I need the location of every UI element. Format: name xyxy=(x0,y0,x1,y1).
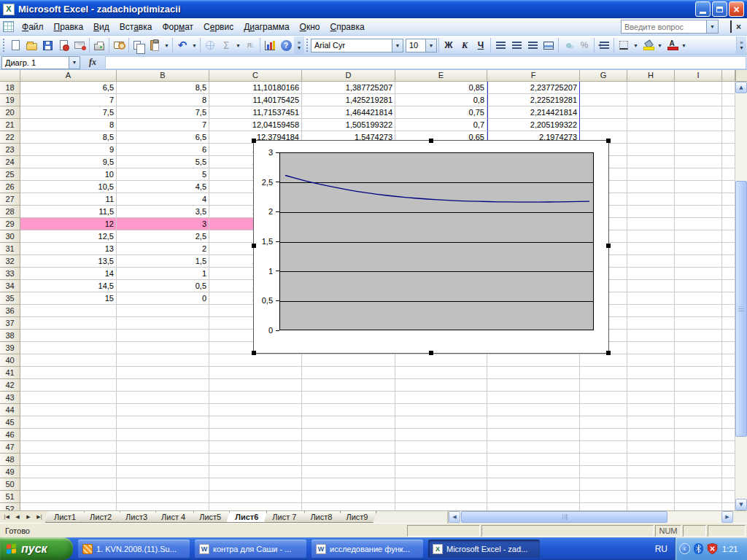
cell-A42[interactable] xyxy=(20,379,117,392)
cell-B50[interactable] xyxy=(117,478,209,491)
cell-partial-47[interactable] xyxy=(722,441,735,454)
cell-I28[interactable] xyxy=(675,206,722,218)
cell-F50[interactable] xyxy=(487,478,580,491)
cell-G19[interactable] xyxy=(580,94,627,106)
menu-справка[interactable]: Справка xyxy=(325,19,370,35)
cell-A38[interactable] xyxy=(20,330,117,342)
cell-F20[interactable]: 2,214421814 xyxy=(487,106,580,119)
chart-handle-bottom-right[interactable] xyxy=(606,351,611,355)
chart-handle-top-right[interactable] xyxy=(606,139,611,143)
undo-button[interactable]: ↶ xyxy=(174,37,190,53)
embedded-chart[interactable]: 00,511,522,53 xyxy=(253,140,609,354)
undo-dropdown[interactable]: ▼ xyxy=(190,37,198,53)
paste-dropdown[interactable]: ▼ xyxy=(163,37,171,53)
cell-A41[interactable] xyxy=(20,367,117,379)
cell-A19[interactable]: 7 xyxy=(20,94,117,106)
last-sheet-button[interactable]: ▶| xyxy=(34,512,44,522)
doc-close-button[interactable]: × xyxy=(736,23,741,31)
cell-partial-21[interactable] xyxy=(722,119,735,131)
row-header-42[interactable]: 42 xyxy=(0,379,20,392)
cell-H28[interactable] xyxy=(627,206,675,218)
cell-G50[interactable] xyxy=(580,478,627,491)
row-header-44[interactable]: 44 xyxy=(0,404,20,416)
row-header-19[interactable]: 19 xyxy=(0,94,20,106)
cell-A43[interactable] xyxy=(20,392,117,404)
cell-B37[interactable] xyxy=(117,317,209,330)
cell-H23[interactable] xyxy=(627,144,675,156)
cell-I42[interactable] xyxy=(675,379,722,392)
chart-handle-top[interactable] xyxy=(429,139,433,143)
cell-I31[interactable] xyxy=(675,243,722,255)
cell-B43[interactable] xyxy=(117,392,209,404)
column-header-B[interactable]: B xyxy=(117,70,209,82)
cell-B20[interactable]: 7,5 xyxy=(117,106,209,119)
cell-H44[interactable] xyxy=(627,404,675,416)
prev-sheet-button[interactable]: ◀ xyxy=(12,512,23,522)
menu-правка[interactable]: Правка xyxy=(49,19,89,35)
cell-B44[interactable] xyxy=(117,404,209,416)
cell-C46[interactable] xyxy=(209,429,302,441)
cell-partial-24[interactable] xyxy=(722,156,735,168)
cell-E48[interactable] xyxy=(395,454,487,466)
cell-A28[interactable]: 11,5 xyxy=(20,206,117,218)
cell-C48[interactable] xyxy=(209,454,302,466)
row-header-26[interactable]: 26 xyxy=(0,181,20,193)
cell-A33[interactable]: 14 xyxy=(20,268,117,280)
row-header-27[interactable]: 27 xyxy=(0,193,20,206)
italic-button[interactable]: К xyxy=(457,37,473,53)
row-header-20[interactable]: 20 xyxy=(0,106,20,119)
cell-E19[interactable]: 0,8 xyxy=(395,94,487,106)
horizontal-scroll-thumb[interactable] xyxy=(461,511,667,523)
cell-E20[interactable]: 0,75 xyxy=(395,106,487,119)
cell-G21[interactable] xyxy=(580,119,627,131)
cell-H37[interactable] xyxy=(627,317,675,330)
row-header-51[interactable]: 51 xyxy=(0,491,20,503)
cell-C41[interactable] xyxy=(209,367,302,379)
cell-G43[interactable] xyxy=(580,392,627,404)
cell-A39[interactable] xyxy=(20,342,117,354)
cell-H30[interactable] xyxy=(627,230,675,243)
row-header-30[interactable]: 30 xyxy=(0,230,20,243)
fill-color-button[interactable] xyxy=(640,37,656,53)
cell-B31[interactable]: 2 xyxy=(117,243,209,255)
cell-I38[interactable] xyxy=(675,330,722,342)
cell-D43[interactable] xyxy=(302,392,395,404)
cell-A47[interactable] xyxy=(20,441,117,454)
cell-E21[interactable]: 0,7 xyxy=(395,119,487,131)
taskbar-task-3[interactable]: Wисследование функ... xyxy=(311,540,423,558)
cell-E43[interactable] xyxy=(395,392,487,404)
sheet-tab-лист5[interactable]: Лист5 xyxy=(190,511,230,523)
cell-partial-27[interactable] xyxy=(722,193,735,206)
cell-H36[interactable] xyxy=(627,305,675,317)
cell-H19[interactable] xyxy=(627,94,675,106)
cell-partial-20[interactable] xyxy=(722,106,735,119)
font-size-combo[interactable]: 10 ▼ xyxy=(406,39,437,52)
cell-H18[interactable] xyxy=(627,82,675,94)
standard-toolbar-grip[interactable] xyxy=(2,38,6,52)
row-header-24[interactable]: 24 xyxy=(0,156,20,168)
cell-I44[interactable] xyxy=(675,404,722,416)
cell-partial-22[interactable] xyxy=(722,131,735,144)
cell-G47[interactable] xyxy=(580,441,627,454)
cell-A40[interactable] xyxy=(20,354,117,367)
cell-B38[interactable] xyxy=(117,330,209,342)
cell-A35[interactable]: 15 xyxy=(20,292,117,305)
copy-button[interactable] xyxy=(131,37,147,53)
cell-C19[interactable]: 11,40175425 xyxy=(209,94,302,106)
sheet-tab-лист9[interactable]: Лист9 xyxy=(337,511,376,523)
menu-формат[interactable]: Формат xyxy=(157,19,198,35)
cell-partial-33[interactable] xyxy=(722,268,735,280)
row-header-47[interactable]: 47 xyxy=(0,441,20,454)
cell-B48[interactable] xyxy=(117,454,209,466)
formatting-toolbar-grip[interactable] xyxy=(306,38,309,52)
row-header-48[interactable]: 48 xyxy=(0,454,20,466)
row-header-49[interactable]: 49 xyxy=(0,466,20,478)
cell-I35[interactable] xyxy=(675,292,722,305)
menu-сервис[interactable]: Сервис xyxy=(198,19,239,35)
cell-B29[interactable]: 3 xyxy=(117,218,209,230)
sheet-tab-лист6[interactable]: Лист6 xyxy=(226,511,267,523)
cell-partial-28[interactable] xyxy=(722,206,735,218)
chart-handle-top-left[interactable] xyxy=(252,139,256,143)
row-header-45[interactable]: 45 xyxy=(0,416,20,429)
cell-partial-34[interactable] xyxy=(722,280,735,292)
